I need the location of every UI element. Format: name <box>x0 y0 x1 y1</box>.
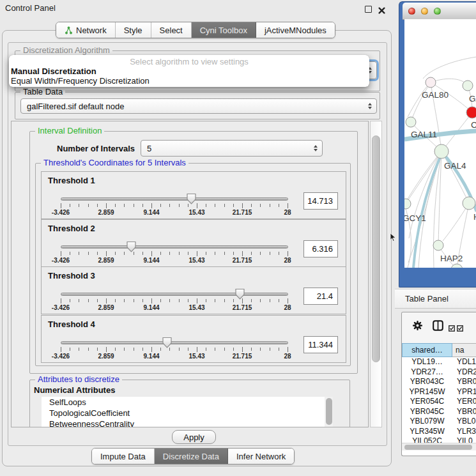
tab-infer-network[interactable]: Infer Network <box>228 449 294 464</box>
network-edge[interactable] <box>423 57 476 79</box>
settings-viewport: Interval Definition Number of Intervals … <box>11 121 369 427</box>
table-cell[interactable]: YER054C <box>402 397 452 407</box>
settings-vertical-scrollbar[interactable] <box>370 121 382 427</box>
table-cell[interactable]: YER0 <box>452 397 476 407</box>
slider-track[interactable] <box>61 341 288 344</box>
slider-thumb[interactable] <box>187 193 196 204</box>
threshold-value-field[interactable]: 14.713 <box>303 192 338 210</box>
network-node-h[interactable] <box>463 197 475 210</box>
network-node-gal80[interactable] <box>426 77 436 88</box>
network-node-gal4[interactable] <box>434 144 449 158</box>
table-row[interactable]: YDL19…YDL1 <box>402 357 476 367</box>
table-row[interactable]: YIL052CYIL0 <box>402 436 476 443</box>
table-cell[interactable]: YBR0 <box>452 407 476 417</box>
apply-button[interactable]: Apply <box>172 430 216 444</box>
table-cell[interactable]: YDL19… <box>402 357 452 367</box>
network-edge[interactable] <box>411 82 431 122</box>
network-edge[interactable] <box>431 79 468 86</box>
threshold-value-field[interactable]: 6.316 <box>303 240 338 257</box>
attributes-group: Attributes to discretize Numerical Attri… <box>29 380 350 427</box>
slider-track[interactable] <box>61 197 288 201</box>
table-column-header-1[interactable]: shared… <box>402 343 452 357</box>
table-cell[interactable]: YDR2 <box>452 367 476 378</box>
slider-track[interactable] <box>61 245 288 249</box>
slider-thumb[interactable] <box>235 288 245 300</box>
tick-mark <box>279 204 279 207</box>
tab-style[interactable]: Style <box>116 22 151 38</box>
network-edge[interactable] <box>438 151 441 245</box>
network-edge[interactable] <box>406 157 438 204</box>
network-window-titlebar[interactable] <box>403 3 476 20</box>
attribute-list-item[interactable]: BetweennessCentrality <box>42 418 333 427</box>
attribute-list-item[interactable]: TopologicalCoefficient <box>42 408 333 418</box>
tab-network[interactable]: Network <box>56 22 116 38</box>
table-cell[interactable]: YBL0 <box>452 417 476 427</box>
tick-mark <box>233 252 234 255</box>
slider-thumb[interactable] <box>162 337 172 348</box>
table-row[interactable]: YER054CYER0 <box>402 397 476 407</box>
popup-item-2[interactable]: Equal Width/Frequency Discretization <box>11 76 150 86</box>
network-node-c[interactable] <box>466 107 476 118</box>
network-canvas[interactable]: GAL80GACGAL11GAL4GCY1HHAP2 <box>404 19 476 268</box>
tab-cyni-toolbox[interactable]: Cyni Toolbox <box>192 22 256 38</box>
table-data-combobox[interactable]: galFiltered.sif default node <box>20 98 377 114</box>
tab-label: Network <box>76 26 107 35</box>
table-horizontal-scrollbar[interactable] <box>402 443 476 450</box>
network-node-hap2[interactable] <box>433 240 443 250</box>
network-node-ga[interactable] <box>463 81 473 91</box>
network-edge[interactable] <box>441 151 469 203</box>
threshold-value-field[interactable]: 11.344 <box>303 336 338 353</box>
popup-item-1[interactable]: Manual Discretization <box>11 66 96 76</box>
numerical-attributes-list[interactable]: SelfLoopsTopologicalCoefficientBetweenne… <box>42 397 333 427</box>
close-traffic-light-icon[interactable] <box>408 8 415 15</box>
tab-label: Discretize Data <box>163 452 219 461</box>
tab-select[interactable]: Select <box>151 22 192 38</box>
table-row[interactable]: YBL079WYBL0 <box>402 417 476 427</box>
slider-track[interactable] <box>61 293 288 296</box>
table-cell[interactable]: YBR0 <box>452 377 476 387</box>
gear-icon[interactable] <box>413 321 422 333</box>
threshold-value-field[interactable]: 21.4 <box>303 288 338 305</box>
table-column-header-2[interactable]: na <box>452 343 476 357</box>
table-row[interactable]: YBR045CYBR0 <box>402 407 476 417</box>
zoom-traffic-light-icon[interactable] <box>434 8 441 15</box>
checkbox-icon-1[interactable] <box>449 323 455 334</box>
table-cell[interactable]: YLR345W <box>402 427 452 437</box>
table-cell[interactable]: YBR045C <box>402 407 452 417</box>
close-icon[interactable] <box>378 5 385 12</box>
table-cell[interactable]: YPR145W <box>402 387 452 397</box>
network-node-label: HAP2 <box>440 254 463 263</box>
table-cell[interactable]: YLR3 <box>452 427 476 437</box>
tab-impute-data[interactable]: Impute Data <box>92 449 155 464</box>
checkbox-icon-2[interactable] <box>457 323 463 334</box>
attributes-list-scrollbar[interactable] <box>325 397 333 427</box>
network-node-gcy1[interactable] <box>404 199 411 209</box>
table-cell[interactable]: YBL079W <box>402 417 452 427</box>
attribute-list-item[interactable]: SelfLoops <box>42 397 333 408</box>
number-of-intervals-combobox[interactable]: 5 <box>141 140 323 157</box>
tick-mark <box>260 252 261 255</box>
tab-label: Impute Data <box>100 452 146 461</box>
float-window-icon[interactable] <box>365 6 372 13</box>
threshold-label: Threshold 2 <box>48 224 95 233</box>
minimize-traffic-light-icon[interactable] <box>421 8 428 15</box>
table-cell[interactable]: YPR1 <box>452 387 476 397</box>
table-cell[interactable]: YBR043C <box>402 377 452 387</box>
table-cell[interactable]: YIL0 <box>452 436 476 443</box>
tick-mark <box>88 299 89 302</box>
table-row[interactable]: YBR043CYBR0 <box>402 377 476 387</box>
slider-thumb[interactable] <box>127 241 136 252</box>
table-toolbar <box>402 312 476 343</box>
table-row[interactable]: YLR345WYLR3 <box>402 427 476 437</box>
scrollbar-thumb[interactable] <box>372 135 380 362</box>
tab-jactivemnodules[interactable]: jActiveMNodules <box>256 22 335 38</box>
table-cell[interactable]: YIL052C <box>402 436 452 443</box>
columns-icon[interactable] <box>433 320 443 334</box>
table-cell[interactable]: YDL1 <box>452 357 476 367</box>
scrollbar-thumb[interactable] <box>404 445 472 450</box>
table-cell[interactable]: YDR27… <box>402 367 452 378</box>
network-node-gal11[interactable] <box>406 117 416 127</box>
table-row[interactable]: YDR27…YDR2 <box>402 367 476 378</box>
tab-discretize-data[interactable]: Discretize Data <box>155 449 228 464</box>
table-row[interactable]: YPR145WYPR1 <box>402 387 476 397</box>
